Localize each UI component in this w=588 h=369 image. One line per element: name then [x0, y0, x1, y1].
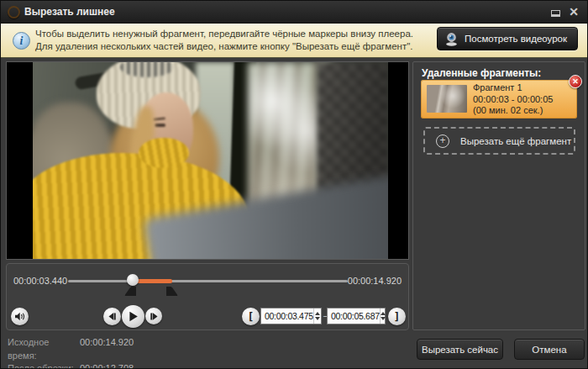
timeline-track[interactable]: [68, 280, 348, 282]
webcam-icon: [444, 32, 459, 46]
step-forward-button[interactable]: [145, 308, 162, 324]
fragment-name: Фрагмент 1: [473, 82, 553, 94]
result-time-value: 00:00:12.708: [80, 362, 134, 369]
fragment-thumbnail: [427, 85, 467, 113]
volume-button[interactable]: [11, 308, 29, 325]
source-time-value: 00:00:14.920: [80, 336, 134, 362]
watch-tutorial-label: Посмотреть видеоурок: [465, 34, 567, 44]
trim-start-value: 00:00:03.475: [261, 311, 313, 321]
play-button[interactable]: [122, 305, 144, 328]
speaker-icon: [15, 312, 25, 321]
plus-icon: +: [436, 134, 449, 148]
close-button[interactable]: ✕: [567, 4, 580, 19]
banner-line-1: Чтобы выделить ненужный фрагмент, передв…: [35, 28, 413, 40]
playhead-thumb[interactable]: [127, 274, 139, 286]
trim-end-input[interactable]: 00:00:05.687: [327, 308, 386, 324]
fragment-duration: (00 мин. 02 сек.): [473, 105, 553, 117]
result-time-row: После обрезки: 00:00:12.708: [8, 362, 134, 369]
trim-end-value: 00:00:05.687: [328, 311, 380, 321]
eye: [155, 124, 165, 127]
fragment-info: Фрагмент 1 00:00:03 - 00:00:05 (00 мин. …: [473, 82, 553, 117]
title-bar: Вырезать лишнее ✕: [1, 1, 587, 24]
total-duration-label: 00:00:14.920: [348, 276, 402, 286]
banner-line-2: Для удаления нескольких частей видео, на…: [35, 40, 413, 53]
trim-start-spinner[interactable]: [313, 308, 321, 324]
video-frame: [33, 62, 388, 259]
app-icon: [8, 6, 20, 18]
info-banner: i Чтобы выделить ненужный фрагмент, пере…: [1, 24, 587, 58]
deleted-fragments-header: Удаленные фрагменты:: [422, 67, 541, 79]
add-fragment-button[interactable]: + Вырезать ещё фрагмент: [423, 127, 575, 155]
duration-stats: Исходное время: 00:00:14.920 После обрез…: [8, 336, 134, 369]
result-time-label: После обрезки:: [8, 362, 80, 369]
info-icon: i: [13, 32, 30, 50]
add-fragment-label: Вырезать ещё фрагмент: [460, 136, 571, 146]
deleted-fragments-panel: Удаленные фрагменты: Фрагмент 1 00:00:03…: [412, 61, 585, 330]
timeline-selection[interactable]: [135, 279, 172, 283]
source-time-row: Исходное время: 00:00:14.920: [8, 336, 134, 362]
watch-tutorial-button[interactable]: Посмотреть видеоурок: [437, 27, 578, 50]
sweater-collar: [139, 138, 189, 168]
controls-panel: 00:00:03.440 00:00:14.920: [6, 263, 409, 330]
trim-end-spinner[interactable]: [380, 308, 386, 324]
cut-now-button[interactable]: Вырезать сейчас: [417, 339, 503, 360]
fragment-card[interactable]: Фрагмент 1 00:00:03 - 00:00:05 (00 мин. …: [421, 80, 577, 119]
cut-excess-dialog: Вырезать лишнее ✕ i Чтобы выделить ненуж…: [0, 0, 588, 369]
play-icon: [128, 311, 139, 322]
delete-fragment-button[interactable]: ✕: [569, 75, 582, 88]
fragment-range: 00:00:03 - 00:00:05: [473, 94, 553, 106]
step-back-icon: [108, 312, 117, 321]
step-back-button[interactable]: [103, 308, 121, 325]
window-title: Вырезать лишнее: [24, 1, 115, 23]
video-player: [6, 61, 409, 260]
current-position-label: 00:00:03.440: [13, 276, 67, 286]
cancel-button[interactable]: Отмена: [514, 339, 585, 360]
source-time-label: Исходное время:: [8, 336, 80, 362]
trim-end-marker[interactable]: [166, 287, 178, 296]
minimize-button[interactable]: [551, 10, 560, 17]
trim-start-marker[interactable]: [124, 287, 136, 296]
set-start-bracket-button[interactable]: [: [242, 308, 260, 325]
set-end-bracket-button[interactable]: ]: [388, 308, 406, 325]
banner-text: Чтобы выделить ненужный фрагмент, передв…: [35, 28, 413, 53]
step-forward-icon: [150, 312, 159, 321]
trim-start-input[interactable]: 00:00:03.475: [260, 308, 322, 324]
